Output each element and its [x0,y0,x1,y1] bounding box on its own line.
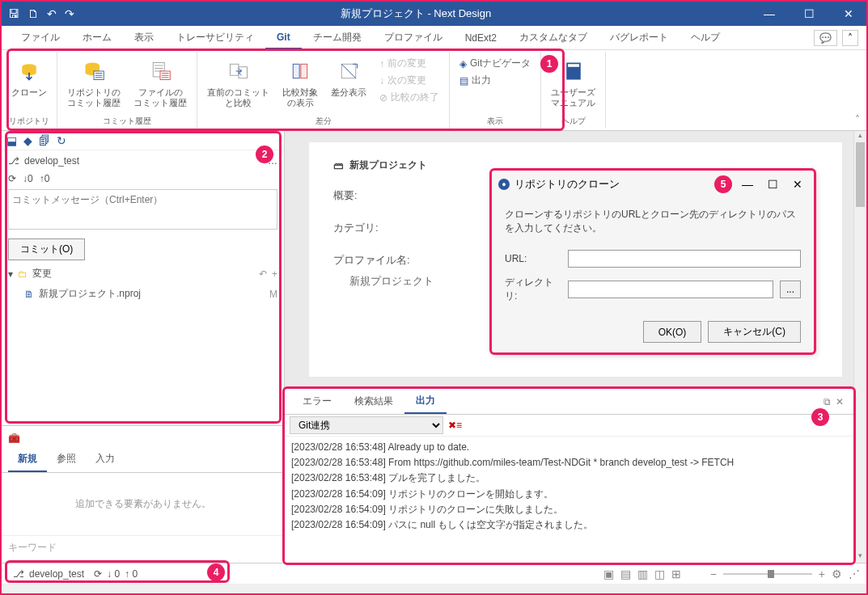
branch-icon[interactable]: ◆ [23,134,32,147]
tab-output[interactable]: 出力 [404,389,447,414]
callout-1: 1 [540,55,558,73]
clear-output-icon[interactable]: ✖≡ [448,420,462,431]
close-button[interactable]: ✕ [837,7,860,20]
tab-search[interactable]: 検索結果 [343,390,404,413]
url-input[interactable] [568,250,801,268]
output-icon: ▤ [459,75,468,87]
layout3-icon[interactable]: ▥ [637,568,648,580]
log-line: [2023/02/28 16:53:48] From https://githu… [291,455,847,471]
branch-name: develop_test [24,155,79,167]
resize-grip-icon[interactable]: ⋰ [849,568,860,580]
menu-custom[interactable]: カスタムなタブ [508,26,599,49]
svg-rect-5 [230,64,239,75]
undo-icon[interactable]: ↶ [47,7,57,20]
layout5-icon[interactable]: ⊞ [671,568,681,580]
status-sync-icon[interactable]: ⟳ [94,568,102,580]
status-push: ↑ 0 [125,568,138,580]
zoom-in-icon[interactable]: + [819,568,825,580]
menu-ndext[interactable]: NdExt2 [454,27,508,49]
menu-trace[interactable]: トレーサビリティ [165,26,265,49]
git-navigator-button[interactable]: ◈Gitナビゲータ [458,55,532,72]
svg-rect-7 [293,64,299,78]
label-overview: 概要: [333,188,414,203]
tab-error[interactable]: エラー [291,390,343,413]
log-line: [2023/02/28 16:54:09] リポジトリのクローンを開始します。 [291,487,847,502]
down-arrow-icon: ↓ [379,75,384,87]
collapse-ribbon-icon[interactable]: ˄ [842,30,858,46]
tab-new[interactable]: 新規 [8,447,47,472]
layout1-icon[interactable]: ▣ [603,568,614,580]
menu-bug[interactable]: バグレポート [599,26,680,49]
sync-icon[interactable]: ⟳ [8,173,16,184]
collapse-icon[interactable]: ▾ [8,268,13,280]
output-log: [2023/02/28 16:53:48] Already up to date… [285,437,853,563]
menu-file[interactable]: ファイル [10,26,71,49]
keyword-input[interactable]: キーワード [2,535,284,559]
callout-5: 5 [714,175,732,193]
dialog-close[interactable]: ✕ [788,178,807,191]
repo-history-icon [83,57,105,86]
stage-icon[interactable]: + [272,268,277,280]
zoom-out-icon[interactable]: − [710,568,717,580]
redo-icon[interactable]: ↷ [65,7,74,20]
output-button[interactable]: ▤出力 [458,72,532,89]
empty-message: 追加できる要素がありません。 [2,473,284,535]
new-icon[interactable]: 🗋 [28,7,39,20]
menu-team[interactable]: チーム開発 [302,26,373,49]
minimize-button[interactable]: — [757,7,781,20]
next-change-button[interactable]: ↓次の変更 [378,72,441,89]
end-compare-button[interactable]: ⊘比較の終了 [378,89,441,106]
menu-bar: ファイル ホーム 表示 トレーサビリティ Git チーム開発 プロファイル Nd… [2,26,866,50]
dialog-icon: ● [498,179,510,190]
dialog-minimize[interactable]: — [737,178,758,191]
stop-icon: ⊘ [379,92,387,103]
changed-file[interactable]: 新規プロジェクト.nproj [39,287,141,301]
browse-button[interactable]: ... [780,281,801,298]
ok-button[interactable]: OK(O) [643,321,702,343]
menu-home[interactable]: ホーム [71,26,123,49]
output-panel: 3 エラー 検索結果 出力 ⧉ ✕ Git連携 ✖≡ [2023/02/28 1… [285,388,853,563]
toolbox-icon[interactable]: 🧰 [8,433,20,444]
panel-restore-icon[interactable]: ⧉ [824,396,831,407]
file-history-icon [149,57,171,86]
status-branch[interactable]: develop_test [29,568,84,580]
commit-button[interactable]: コミット(O) [8,238,85,260]
menu-view[interactable]: 表示 [123,26,165,49]
refresh-icon[interactable]: ↻ [57,134,66,147]
feedback-icon[interactable]: 💬 [814,30,837,46]
git-sidebar: 2 ⬓ ◆ 🗐 ↻ ⎇ develop_test … ⟳ ↓0 ↑0 コミット(… [2,131,285,563]
project-icon: 🗃 [333,160,343,171]
folder-icon: 🗀 [18,268,28,280]
log-line: [2023/02/28 16:53:48] Already up to date… [291,440,847,455]
panel-close-icon[interactable]: ✕ [836,396,844,407]
cancel-button[interactable]: キャンセル(C) [708,321,801,343]
prev-change-button[interactable]: ↑前の変更 [378,55,441,72]
menu-profile[interactable]: プロファイル [373,26,454,49]
dialog-maximize[interactable]: ☐ [763,178,783,191]
output-source-select[interactable]: Git連携 [290,416,443,434]
zoom-slider[interactable] [723,573,812,575]
status-branch-icon: ⎇ [13,568,24,580]
layout2-icon[interactable]: ▤ [620,568,631,580]
menu-help[interactable]: ヘルプ [680,26,731,49]
undo-changes-icon[interactable]: ↶ [259,268,267,280]
project-form: 🗃 新規プロジェクト 概要: カテゴリ: プロファイル名:新規プロジェクト ● … [309,142,842,377]
menu-git[interactable]: Git [265,27,302,49]
log-line: [2023/02/28 16:53:48] プルを完了しました。 [291,471,847,486]
tab-ref[interactable]: 参照 [47,447,86,472]
ribbon-expand-icon[interactable]: ˄ [849,111,866,129]
tab-input[interactable]: 入力 [86,447,125,472]
history-icon[interactable]: 🗐 [39,134,50,147]
diff-view-icon [337,57,360,86]
clone-icon [18,57,40,86]
commit-message-input[interactable] [8,189,277,230]
layout4-icon[interactable]: ◫ [654,568,665,580]
maximize-button[interactable]: ☐ [798,7,821,20]
expand-all-icon[interactable]: ⬓ [6,134,17,147]
vertical-scrollbar[interactable]: ▴ ▾ [853,131,866,563]
clone-dialog: ● リポジトリのクローン 5 — ☐ ✕ クローンするリポジトリのURLとクロー… [491,170,815,353]
save-icon[interactable]: 🖫 [8,7,19,20]
pull-indicator: ↓0 [23,173,33,184]
settings-icon[interactable]: ⚙ [832,568,842,580]
dir-input[interactable] [568,281,773,298]
